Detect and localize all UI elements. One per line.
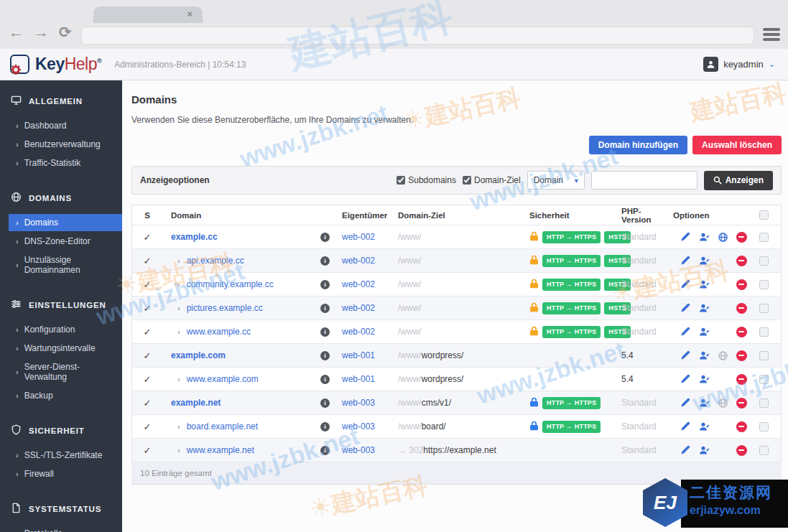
browser-menu-icon[interactable] bbox=[763, 28, 780, 43]
address-bar[interactable] bbox=[81, 27, 754, 45]
row-checkbox[interactable] bbox=[759, 446, 769, 455]
info-icon[interactable]: i bbox=[320, 327, 330, 337]
sidebar-item-domains[interactable]: ›Domains bbox=[9, 214, 122, 231]
edit-icon[interactable] bbox=[680, 350, 690, 360]
sidebar-item-backup[interactable]: ›Backup bbox=[0, 387, 122, 404]
info-icon[interactable]: i bbox=[320, 446, 330, 455]
user-menu[interactable]: keyadmin ⌄ bbox=[703, 57, 775, 72]
disable-icon[interactable] bbox=[736, 327, 747, 337]
filter-search-input[interactable] bbox=[591, 171, 697, 190]
info-icon[interactable]: i bbox=[320, 375, 330, 384]
disable-icon[interactable] bbox=[736, 303, 747, 314]
owner-link[interactable]: web-003 bbox=[342, 398, 375, 408]
globe-icon[interactable] bbox=[718, 232, 728, 243]
subdomains-checkbox[interactable]: Subdomains bbox=[397, 175, 456, 185]
edit-user-icon[interactable] bbox=[699, 374, 710, 384]
info-icon[interactable]: i bbox=[320, 398, 330, 408]
info-icon[interactable]: i bbox=[320, 256, 330, 266]
owner-link[interactable]: web-001 bbox=[342, 374, 375, 384]
domain-link[interactable]: example.cc bbox=[171, 232, 218, 242]
sidebar-item-ssl-tls-zertifikate[interactable]: ›SSL-/TLS-Zertifikate bbox=[0, 447, 122, 464]
edit-user-icon[interactable] bbox=[699, 232, 710, 242]
disable-icon[interactable] bbox=[736, 350, 747, 361]
row-checkbox[interactable] bbox=[759, 304, 769, 313]
edit-user-icon[interactable] bbox=[699, 327, 710, 337]
sidebar-item-protokolle[interactable]: ›Protokolle bbox=[0, 525, 122, 532]
edit-user-icon[interactable] bbox=[699, 279, 710, 289]
row-checkbox[interactable] bbox=[759, 233, 769, 242]
domain-target-checkbox[interactable]: Domain-Ziel bbox=[463, 175, 521, 185]
globe-icon[interactable] bbox=[718, 398, 728, 409]
row-checkbox[interactable] bbox=[759, 422, 769, 431]
owner-link[interactable]: web-001 bbox=[342, 350, 375, 360]
info-icon[interactable]: i bbox=[320, 233, 330, 242]
domain-link[interactable]: board.example.net bbox=[187, 421, 258, 431]
select-all-checkbox[interactable] bbox=[759, 210, 769, 220]
edit-user-icon[interactable] bbox=[699, 350, 710, 360]
edit-icon[interactable] bbox=[680, 398, 690, 408]
show-button[interactable]: Anzeigen bbox=[704, 171, 773, 190]
edit-icon[interactable] bbox=[680, 445, 690, 455]
row-checkbox[interactable] bbox=[759, 398, 769, 408]
info-icon[interactable]: i bbox=[320, 422, 330, 431]
keyhelp-logo[interactable]: KeyHelp® bbox=[10, 55, 101, 74]
edit-user-icon[interactable] bbox=[699, 256, 710, 266]
edit-icon[interactable] bbox=[680, 232, 690, 242]
row-checkbox[interactable] bbox=[759, 256, 769, 266]
edit-icon[interactable] bbox=[680, 256, 690, 266]
sidebar-item-server-dienst-verwaltung[interactable]: ›Server-Dienst-Verwaltung bbox=[0, 358, 122, 386]
edit-icon[interactable] bbox=[680, 303, 690, 313]
disable-icon[interactable] bbox=[736, 398, 747, 409]
subdomains-checkbox-input[interactable] bbox=[397, 176, 405, 185]
tab-close-icon[interactable]: × bbox=[187, 9, 193, 19]
row-checkbox[interactable] bbox=[759, 375, 769, 384]
delete-selection-button[interactable]: Auswahl löschen bbox=[692, 136, 782, 154]
domain-link[interactable]: community.example.cc bbox=[187, 279, 274, 289]
domain-link[interactable]: www.example.cc bbox=[187, 327, 251, 337]
edit-user-icon[interactable] bbox=[699, 303, 710, 313]
sidebar-item-dashboard[interactable]: ›Dashboard bbox=[0, 117, 122, 134]
edit-user-icon[interactable] bbox=[699, 398, 710, 408]
disable-icon[interactable] bbox=[736, 421, 747, 432]
reload-icon[interactable]: ⟳ bbox=[59, 24, 72, 39]
domain-link[interactable]: api.example.cc bbox=[187, 256, 244, 266]
sidebar-item-benutzerverwaltung[interactable]: ›Benutzerverwaltung bbox=[0, 136, 122, 153]
row-checkbox[interactable] bbox=[759, 327, 769, 337]
edit-user-icon[interactable] bbox=[699, 421, 710, 431]
domain-link[interactable]: www.example.net bbox=[187, 445, 254, 455]
sidebar-item-konfiguration[interactable]: ›Konfiguration bbox=[0, 321, 122, 338]
sidebar-item-wartungsintervalle[interactable]: ›Wartungsintervalle bbox=[0, 340, 122, 357]
owner-link[interactable]: web-002 bbox=[342, 279, 375, 289]
sidebar-item-traffic-statistik[interactable]: ›Traffic-Statistik bbox=[0, 154, 122, 172]
info-icon[interactable]: i bbox=[320, 280, 330, 289]
info-icon[interactable]: i bbox=[320, 304, 330, 313]
row-checkbox[interactable] bbox=[759, 280, 769, 289]
owner-link[interactable]: web-003 bbox=[342, 445, 375, 455]
domain-link[interactable]: example.net bbox=[171, 398, 221, 408]
owner-link[interactable]: web-003 bbox=[342, 421, 375, 431]
disable-icon[interactable] bbox=[736, 374, 747, 385]
owner-link[interactable]: web-002 bbox=[342, 256, 375, 266]
sidebar-item-firewall[interactable]: ›Firewall bbox=[0, 465, 122, 482]
info-icon[interactable]: i bbox=[320, 351, 330, 360]
edit-icon[interactable] bbox=[680, 374, 690, 384]
sidebar-item-dns-zone-editor[interactable]: ›DNS-Zone-Editor bbox=[0, 233, 122, 250]
owner-link[interactable]: web-002 bbox=[342, 303, 375, 313]
owner-link[interactable]: web-002 bbox=[342, 232, 375, 242]
disable-icon[interactable] bbox=[736, 445, 747, 456]
owner-link[interactable]: web-002 bbox=[342, 327, 375, 337]
row-checkbox[interactable] bbox=[759, 351, 769, 360]
edit-icon[interactable] bbox=[680, 327, 690, 337]
disable-icon[interactable] bbox=[736, 232, 747, 243]
globe-icon[interactable] bbox=[718, 350, 728, 361]
sidebar-item-unzul-ssige-domainnamen[interactable]: ›Unzulässige Domainnamen bbox=[0, 251, 122, 279]
edit-icon[interactable] bbox=[680, 279, 690, 289]
forward-icon[interactable]: → bbox=[34, 24, 49, 39]
domain-link[interactable]: example.com bbox=[171, 350, 226, 360]
add-domain-button[interactable]: Domain hinzufügen bbox=[589, 136, 687, 154]
disable-icon[interactable] bbox=[736, 256, 747, 266]
domain-target-checkbox-input[interactable] bbox=[463, 176, 471, 185]
edit-icon[interactable] bbox=[680, 421, 690, 431]
domain-link[interactable]: pictures.example.cc bbox=[187, 303, 263, 313]
filter-type-select[interactable]: Domain ▾ bbox=[527, 171, 585, 190]
